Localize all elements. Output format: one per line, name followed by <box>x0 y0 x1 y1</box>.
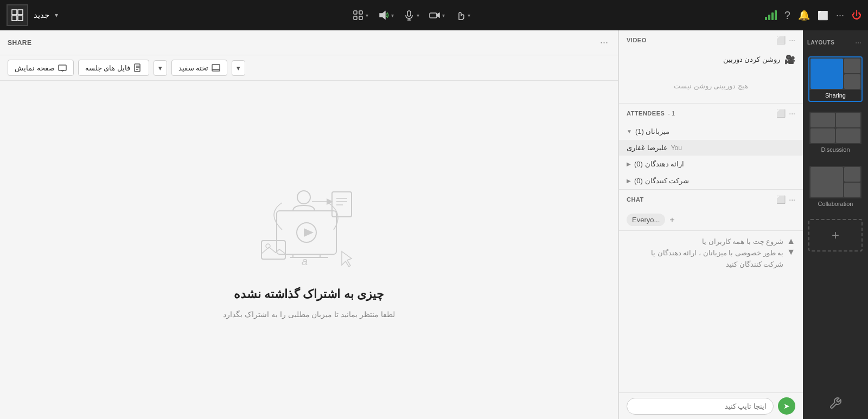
share-panel-actions: ··· <box>598 36 610 49</box>
chat-add-tab-btn[interactable]: + <box>669 215 674 225</box>
more-icon[interactable]: ··· <box>836 10 844 21</box>
whiteboard-btn[interactable]: تخته سفید <box>171 60 228 76</box>
video-title: VIDEO <box>627 37 647 43</box>
layout-cell-3 <box>810 128 835 143</box>
signal-icon[interactable] <box>765 10 777 20</box>
topbar-left: جدید ▾ <box>7 4 58 26</box>
svg-rect-1 <box>18 10 23 15</box>
share-sub-text: لطفا منتظر بمانید تا میزبان مطلبی را به … <box>223 310 395 319</box>
whiteboard-label: تخته سفید <box>178 64 209 72</box>
speaker-tool[interactable]: ▾ <box>378 10 394 21</box>
chat-section: CHAT ⬜ ··· Everyo... + ▲ ▼ شروع چت با هم <box>619 190 803 419</box>
camera-dropdown-arrow[interactable]: ▾ <box>442 12 445 18</box>
bell-icon[interactable]: 🔔 <box>798 9 810 21</box>
chat-input-area: ➤ <box>619 392 803 419</box>
title-dropdown[interactable]: ▾ <box>55 11 58 19</box>
layout-sharing-label: Sharing <box>809 90 861 101</box>
chat-send-btn[interactable]: ➤ <box>778 397 795 415</box>
attendees-actions: ⬜ ··· <box>776 109 795 118</box>
video-more-btn[interactable]: ··· <box>789 36 795 44</box>
layout-cell-4 <box>836 128 860 143</box>
mic-tool[interactable]: ▾ <box>404 10 419 21</box>
chat-expand-btn[interactable]: ⬜ <box>776 195 786 204</box>
participants-chevron-icon: ▶ <box>627 178 631 184</box>
svg-marker-32 <box>304 228 314 237</box>
svg-point-30 <box>297 191 310 204</box>
layout-cell-2 <box>836 113 860 127</box>
hand-tool[interactable]: ▾ <box>455 10 470 21</box>
svg-marker-35 <box>342 252 352 267</box>
chat-header: CHAT ⬜ ··· <box>619 190 803 209</box>
screen-icon[interactable]: ⬜ <box>818 10 828 21</box>
share-more-btn[interactable]: ··· <box>598 36 610 49</box>
leave-icon[interactable]: ⏻ <box>852 10 861 21</box>
attendees-more-btn[interactable]: ··· <box>789 109 795 118</box>
meeting-title: جدید <box>34 10 49 20</box>
svg-text:a: a <box>302 255 308 267</box>
camera-tool[interactable]: ▾ <box>429 10 445 21</box>
chat-input[interactable] <box>627 398 774 415</box>
chat-actions: ⬜ ··· <box>776 195 795 204</box>
layouts-sidebar: LAYOUTS ··· Sharing Discussion <box>803 30 868 419</box>
svg-rect-3 <box>18 16 23 21</box>
attendees-expand-btn[interactable]: ⬜ <box>776 109 786 118</box>
host-group[interactable]: ▼ میزبانان (1) <box>619 123 803 140</box>
participants-group-label: شرکت کنندگان (0) <box>634 177 689 185</box>
video-turn-on-label: روشن کردن دوربین <box>723 55 780 63</box>
files-share-label: فایل های جلسه <box>85 64 130 72</box>
svg-rect-21 <box>212 65 220 71</box>
share-toolbar: صفحه نمایش فایل های جلسه ▾ تخته سفید <box>0 55 618 81</box>
svg-rect-2 <box>12 16 17 21</box>
layout-collaboration[interactable]: Collaboration <box>808 165 863 210</box>
video-turn-on[interactable]: 🎥 روشن کردن دوربین <box>619 50 803 69</box>
video-expand-btn[interactable]: ⬜ <box>776 36 786 44</box>
layouts-header: LAYOUTS ··· <box>807 37 864 48</box>
video-actions: ⬜ ··· <box>776 36 795 44</box>
participants-group[interactable]: ▶ شرکت کنندگان (0) <box>619 172 803 189</box>
share-panel-title: SHARE <box>8 39 32 47</box>
apps-dropdown-arrow[interactable]: ▾ <box>366 12 368 18</box>
layouts-tools-icon[interactable] <box>829 397 842 412</box>
layout-sharing[interactable]: Sharing <box>808 56 863 102</box>
chat-everyone-tab[interactable]: Everyo... <box>627 214 665 226</box>
add-layout-btn[interactable]: + <box>808 219 863 252</box>
host-group-label: میزبانان (1) <box>635 127 670 136</box>
video-section: VIDEO ⬜ ··· 🎥 روشن کردن دوربین هیچ دوربی… <box>619 30 803 104</box>
topbar: جدید ▾ ▾ ▾ <box>0 0 868 30</box>
layout-discussion[interactable]: Discussion <box>808 111 863 156</box>
attendees-list: ▼ میزبانان (1) You علیرضا غفاری ▶ ارائه … <box>619 123 803 189</box>
layouts-more-btn[interactable]: ··· <box>853 37 864 48</box>
help-icon[interactable]: ? <box>784 9 790 22</box>
chat-more-btn[interactable]: ··· <box>789 195 795 204</box>
chat-tabs: Everyo... + <box>619 209 803 231</box>
apps-tool[interactable]: ▾ <box>353 10 368 21</box>
svg-marker-8 <box>380 11 385 19</box>
files-share-btn[interactable]: فایل های جلسه <box>78 60 149 76</box>
chat-info-line2: به طور خصوصی با میزبانان ، ارائه دهندگان… <box>651 248 783 259</box>
svg-rect-26 <box>332 192 352 217</box>
topbar-right: ? 🔔 ⬜ ··· ⏻ <box>765 9 861 22</box>
layout-cell-1 <box>810 113 835 127</box>
attendee-you-tag: You <box>671 144 682 152</box>
app-logo[interactable] <box>7 4 28 26</box>
files-dropdown-btn[interactable]: ▾ <box>154 60 167 76</box>
chat-title: CHAT <box>627 196 644 203</box>
layouts-title: LAYOUTS <box>807 40 834 46</box>
svg-rect-14 <box>59 65 66 70</box>
layout-cell-collab-top <box>844 167 860 182</box>
screen-share-label: صفحه نمایش <box>15 64 55 72</box>
attendee-row: You علیرضا غفاری <box>619 140 803 156</box>
speaker-dropdown-arrow[interactable]: ▾ <box>391 12 394 18</box>
video-header: VIDEO ⬜ ··· <box>619 30 803 50</box>
mic-dropdown-arrow[interactable]: ▾ <box>417 12 419 18</box>
layout-cell-bottom-right <box>844 74 860 89</box>
screen-share-btn[interactable]: صفحه نمایش <box>8 60 74 76</box>
share-main-text: چیزی به اشتراک گذاشته نشده <box>234 287 384 301</box>
attendees-header: ATTENDEES - 1 ⬜ ··· <box>619 104 803 123</box>
camera-on-icon: 🎥 <box>784 54 795 65</box>
hand-dropdown-arrow[interactable]: ▾ <box>468 12 470 18</box>
presenters-chevron-icon: ▶ <box>627 161 631 167</box>
presenters-group[interactable]: ▶ ارائه دهندگان (0) <box>619 156 803 172</box>
right-sidebar: VIDEO ⬜ ··· 🎥 روشن کردن دوربین هیچ دوربی… <box>618 30 803 419</box>
whiteboard-dropdown-btn[interactable]: ▾ <box>232 60 245 76</box>
